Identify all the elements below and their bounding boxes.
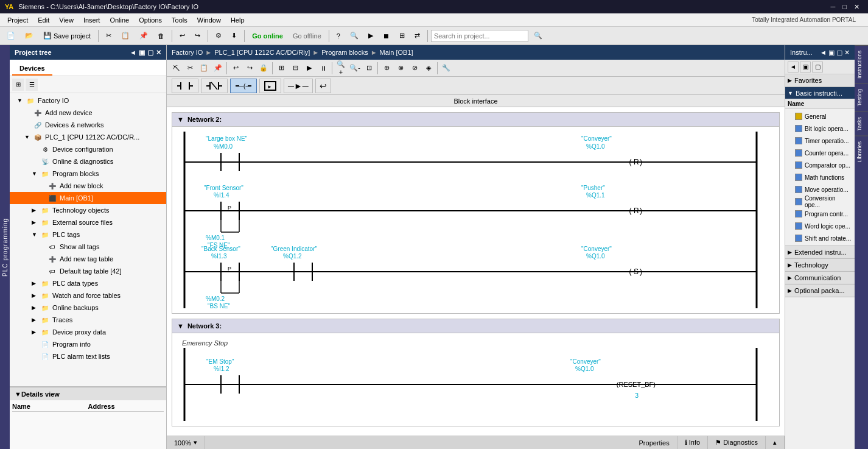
lad-no-contact[interactable]: [172, 79, 198, 93]
basic-instruction-item[interactable]: Timer operatio...: [785, 135, 855, 147]
copy-button[interactable]: 📋: [117, 29, 134, 43]
tree-item[interactable]: ➕Add new block: [10, 180, 166, 192]
tree-item[interactable]: ⬛Main [OB1]: [10, 192, 166, 204]
redo-button[interactable]: ↪: [191, 29, 205, 43]
search-input[interactable]: [431, 30, 528, 42]
tree-arrow[interactable]: ▼: [17, 97, 24, 104]
tree-item[interactable]: ▶📁Online backups: [10, 302, 166, 314]
et-zoom-in[interactable]: 🔍+: [334, 62, 348, 75]
tree-arrow[interactable]: ▼: [32, 232, 39, 238]
tree-arrow[interactable]: ▶: [32, 219, 39, 225]
tree-arrow[interactable]: ▶: [32, 305, 39, 311]
tree-arrow[interactable]: ▶: [32, 329, 39, 335]
ladder-canvas[interactable]: ▼ Network 2:: [167, 107, 785, 436]
tree-item[interactable]: 🏷Show all tags: [10, 241, 166, 253]
go-offline-button[interactable]: Go offline: [289, 29, 326, 43]
et-fit[interactable]: ⊡: [362, 62, 376, 75]
new-button[interactable]: 📄: [2, 29, 19, 43]
tab-instructions[interactable]: Instructions: [855, 45, 868, 83]
et-online-compare[interactable]: ⊕: [380, 62, 393, 75]
window-minimize[interactable]: ─: [827, 3, 839, 10]
rp-close-btn[interactable]: ✕: [844, 49, 850, 57]
tree-item[interactable]: 📄PLC alarm text lists: [10, 350, 166, 362]
network-2-arrow[interactable]: ▼: [177, 116, 184, 123]
menu-project[interactable]: Project: [2, 15, 33, 25]
lad-nc-contact[interactable]: [201, 79, 228, 93]
tree-item[interactable]: ▶📁External source files: [10, 216, 166, 228]
properties-tab[interactable]: Properties: [632, 436, 677, 449]
pt-expand-btn[interactable]: ▣: [139, 49, 145, 57]
tree-arrow[interactable]: ▶: [32, 280, 39, 286]
tree-item[interactable]: ➕Add new tag table: [10, 253, 166, 265]
tree-item[interactable]: ▼📁Factory IO: [10, 94, 166, 107]
tree-item[interactable]: ▶📁PLC data types: [10, 277, 166, 289]
et-btn14[interactable]: ⊗: [394, 62, 407, 75]
et-insert-segment[interactable]: ⊞: [275, 62, 288, 75]
basic-instruction-item[interactable]: Counter opera...: [785, 147, 855, 159]
optional-packages-header[interactable]: ▶ Optional packa...: [785, 285, 855, 297]
lad-branch-open[interactable]: ─►─: [284, 79, 313, 93]
tree-item[interactable]: ⚙Device configuration: [10, 143, 166, 155]
tree-item[interactable]: 🏷Default tag table [42]: [10, 265, 166, 277]
rp-undock-btn[interactable]: ▢: [836, 49, 842, 57]
start-sim-button[interactable]: ▶: [364, 29, 377, 43]
tree-arrow[interactable]: ▶: [32, 292, 39, 299]
pt-close-btn[interactable]: ✕: [156, 49, 161, 57]
ref-button[interactable]: 🔍: [346, 29, 363, 43]
tree-arrow[interactable]: ▼: [32, 171, 39, 177]
devices-tab[interactable]: Devices: [12, 62, 52, 76]
basic-instruction-item[interactable]: General: [785, 110, 855, 122]
basic-instructions-header[interactable]: ▼ Basic instructi...: [785, 87, 855, 99]
rp-back-btn[interactable]: ◄: [820, 49, 827, 57]
tab-tasks[interactable]: Tasks: [855, 111, 868, 136]
tree-item[interactable]: ➕Add new device: [10, 107, 166, 119]
menu-tools[interactable]: Tools: [167, 15, 192, 25]
download-button[interactable]: ⬇: [227, 29, 241, 43]
basic-instruction-item[interactable]: Shift and rotate...: [785, 232, 855, 244]
tree-item[interactable]: ▶📁Watch and force tables: [10, 289, 166, 302]
tree-item[interactable]: ▶📁Device proxy data: [10, 326, 166, 338]
basic-instruction-item[interactable]: Program contr...: [785, 208, 855, 220]
menu-edit[interactable]: Edit: [33, 15, 54, 25]
help-button[interactable]: ?: [332, 29, 345, 43]
search-button[interactable]: 🔍: [530, 29, 547, 43]
undo-button[interactable]: ↩: [175, 29, 189, 43]
bc-part1[interactable]: Factory IO: [172, 49, 203, 56]
basic-instruction-item[interactable]: Bit logic opera...: [785, 122, 855, 135]
stop-sim-button[interactable]: ⏹: [379, 29, 394, 43]
tree-item[interactable]: 🔗Devices & networks: [10, 119, 166, 131]
opts-btn1[interactable]: ◄: [788, 62, 799, 72]
et-btn10[interactable]: ▶: [303, 62, 316, 75]
tree-item[interactable]: 📄Program info: [10, 338, 166, 350]
tree-item[interactable]: 📡Online & diagnostics: [10, 155, 166, 168]
pt-back-btn[interactable]: ◄: [130, 49, 136, 57]
tree-item[interactable]: ▼📦PLC_1 [CPU 1212C AC/DC/R...: [10, 131, 166, 143]
bc-part3[interactable]: Program blocks: [321, 49, 368, 56]
paste-button[interactable]: 📌: [135, 29, 152, 43]
tab-testing[interactable]: Testing: [855, 83, 868, 111]
rp-expand-btn[interactable]: ▣: [828, 49, 835, 57]
menu-insert[interactable]: Insert: [79, 15, 105, 25]
compare-button[interactable]: ⇄: [410, 29, 424, 43]
diagnostics-tab[interactable]: ⚑ Diagnostics: [708, 436, 766, 449]
et-btn9[interactable]: ⊟: [289, 62, 302, 75]
compile-button[interactable]: ⚙: [211, 29, 226, 43]
et-btn16[interactable]: ◈: [422, 62, 435, 75]
delete-button[interactable]: 🗑: [153, 29, 169, 43]
et-btn3[interactable]: 📋: [197, 62, 211, 75]
basic-instruction-item[interactable]: Move operatio...: [785, 183, 855, 196]
details-view-header[interactable]: ▼ Details view: [10, 387, 166, 400]
lad-branch-close[interactable]: ↩: [315, 79, 331, 93]
info-tab[interactable]: ℹ Info: [677, 436, 708, 449]
technology-header[interactable]: ▶ Technology: [785, 259, 855, 271]
tab-libraries[interactable]: Libraries: [855, 136, 868, 168]
zoom-control[interactable]: 100% ▾: [167, 436, 205, 449]
open-button[interactable]: 📂: [21, 29, 38, 43]
network-3-arrow[interactable]: ▼: [177, 322, 184, 330]
pt-undock-btn[interactable]: ▢: [147, 49, 153, 57]
menu-online[interactable]: Online: [105, 15, 134, 25]
tree-list-btn[interactable]: ☰: [26, 79, 38, 91]
go-online-button[interactable]: Go online: [248, 29, 287, 43]
menu-help[interactable]: Help: [226, 15, 250, 25]
menu-window[interactable]: Window: [192, 15, 226, 25]
